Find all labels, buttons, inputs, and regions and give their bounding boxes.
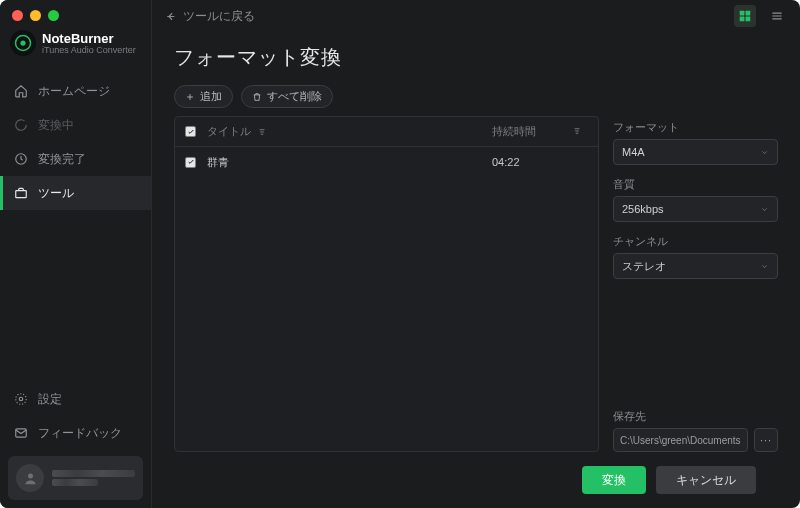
- field-save-to: 保存先 C:\Users\green\Documents ···: [613, 409, 778, 452]
- sidebar-item-completed[interactable]: 変換完了: [0, 142, 151, 176]
- svg-rect-9: [746, 11, 751, 16]
- back-label: ツールに戻る: [183, 8, 255, 25]
- top-icons: [734, 5, 788, 27]
- svg-rect-11: [746, 17, 751, 22]
- main: ツールに戻る フォーマット変換 追加 す: [152, 0, 800, 508]
- spinner-icon: [14, 118, 28, 132]
- convert-button[interactable]: 変換: [582, 466, 646, 494]
- plus-icon: [185, 92, 195, 102]
- sidebar-item-home[interactable]: ホームページ: [0, 74, 151, 108]
- user-icon: [23, 471, 38, 486]
- user-meta: [52, 468, 135, 488]
- check-icon: [187, 128, 195, 136]
- table-row[interactable]: 群青 04:22: [175, 147, 598, 177]
- svg-rect-10: [740, 17, 745, 22]
- topbar: ツールに戻る: [152, 0, 800, 32]
- brand-logo-icon: [10, 30, 36, 56]
- browse-button[interactable]: ···: [754, 428, 778, 452]
- home-icon: [14, 84, 28, 98]
- settings-panel: フォーマット M4A 音質 256kbps: [613, 116, 778, 452]
- sidebar-item-label: 設定: [38, 391, 62, 408]
- sidebar-item-feedback[interactable]: フィードバック: [0, 416, 151, 450]
- back-button[interactable]: ツールに戻る: [164, 8, 255, 25]
- toolbox-icon: [14, 186, 28, 200]
- header-title-label: タイトル: [207, 124, 251, 139]
- svg-point-5: [16, 394, 27, 405]
- sidebar-item-label: ホームページ: [38, 83, 110, 100]
- save-to-label: 保存先: [613, 409, 778, 424]
- save-path-input[interactable]: C:\Users\green\Documents: [613, 428, 748, 452]
- check-icon: [187, 158, 195, 166]
- field-bitrate: 音質 256kbps: [613, 177, 778, 222]
- row-duration: 04:22: [492, 156, 520, 168]
- cancel-label: キャンセル: [676, 472, 736, 489]
- grid-icon: [738, 9, 752, 23]
- view-grid-button[interactable]: [734, 5, 756, 27]
- sidebar-item-label: ツール: [38, 185, 74, 202]
- header-duration-label: 持続時間: [492, 125, 536, 137]
- channel-select[interactable]: ステレオ: [613, 253, 778, 279]
- sidebar-item-label: 変換完了: [38, 151, 86, 168]
- trash-icon: [252, 92, 262, 102]
- svg-point-4: [19, 397, 23, 401]
- bitrate-select[interactable]: 256kbps: [613, 196, 778, 222]
- sidebar: NoteBurner iTunes Audio Converter ホームページ…: [0, 0, 152, 508]
- svg-point-1: [20, 40, 25, 45]
- page-title: フォーマット変換: [174, 44, 778, 71]
- add-label: 追加: [200, 89, 222, 104]
- content: フォーマット変換 追加 すべて削除: [152, 32, 800, 508]
- window-minimize-button[interactable]: [30, 10, 41, 21]
- save-path-value: C:\Users\green\Documents: [620, 435, 741, 446]
- footer: 変換 キャンセル: [174, 452, 778, 508]
- clock-icon: [14, 152, 28, 166]
- format-select[interactable]: M4A: [613, 139, 778, 165]
- sidebar-nav: ホームページ 変換中 変換完了 ツール: [0, 74, 151, 210]
- brand: NoteBurner iTunes Audio Converter: [0, 30, 151, 74]
- sidebar-item-label: フィードバック: [38, 425, 122, 442]
- table-header: タイトル 持続時間: [175, 117, 598, 147]
- window-zoom-button[interactable]: [48, 10, 59, 21]
- app-window: NoteBurner iTunes Audio Converter ホームページ…: [0, 0, 800, 508]
- brand-text: NoteBurner iTunes Audio Converter: [42, 31, 136, 56]
- delete-all-button[interactable]: すべて削除: [241, 85, 333, 108]
- sidebar-item-tools[interactable]: ツール: [0, 176, 151, 210]
- format-value: M4A: [622, 146, 645, 158]
- sort-icon[interactable]: [257, 127, 267, 137]
- ellipsis-icon: ···: [760, 434, 772, 446]
- row-checkbox[interactable]: [185, 157, 196, 168]
- cancel-button[interactable]: キャンセル: [656, 466, 756, 494]
- window-controls: [12, 10, 59, 21]
- format-label: フォーマット: [613, 120, 778, 135]
- row-title: 群青: [207, 155, 229, 170]
- user-block[interactable]: [8, 456, 143, 500]
- svg-rect-3: [16, 191, 27, 198]
- field-format: フォーマット M4A: [613, 120, 778, 165]
- svg-point-7: [28, 473, 33, 478]
- channel-label: チャンネル: [613, 234, 778, 249]
- hamburger-icon: [770, 9, 784, 23]
- menu-button[interactable]: [766, 5, 788, 27]
- gear-icon: [14, 392, 28, 406]
- bitrate-value: 256kbps: [622, 203, 664, 215]
- brand-name: NoteBurner: [42, 31, 136, 46]
- channel-value: ステレオ: [622, 259, 666, 274]
- sidebar-item-label: 変換中: [38, 117, 74, 134]
- brand-subtitle: iTunes Audio Converter: [42, 46, 136, 56]
- sidebar-item-settings[interactable]: 設定: [0, 382, 151, 416]
- sidebar-item-converting[interactable]: 変換中: [0, 108, 151, 142]
- select-all-checkbox[interactable]: [185, 126, 196, 137]
- track-table: タイトル 持続時間: [174, 116, 599, 452]
- sort-icon[interactable]: [572, 126, 582, 136]
- toolbar: 追加 すべて削除: [174, 85, 778, 108]
- bitrate-label: 音質: [613, 177, 778, 192]
- arrow-left-icon: [164, 10, 177, 23]
- convert-label: 変換: [602, 472, 626, 489]
- mail-icon: [14, 426, 28, 440]
- add-button[interactable]: 追加: [174, 85, 233, 108]
- chevron-down-icon: [760, 262, 769, 271]
- window-close-button[interactable]: [12, 10, 23, 21]
- field-channel: チャンネル ステレオ: [613, 234, 778, 279]
- body: タイトル 持続時間: [174, 116, 778, 452]
- chevron-down-icon: [760, 205, 769, 214]
- chevron-down-icon: [760, 148, 769, 157]
